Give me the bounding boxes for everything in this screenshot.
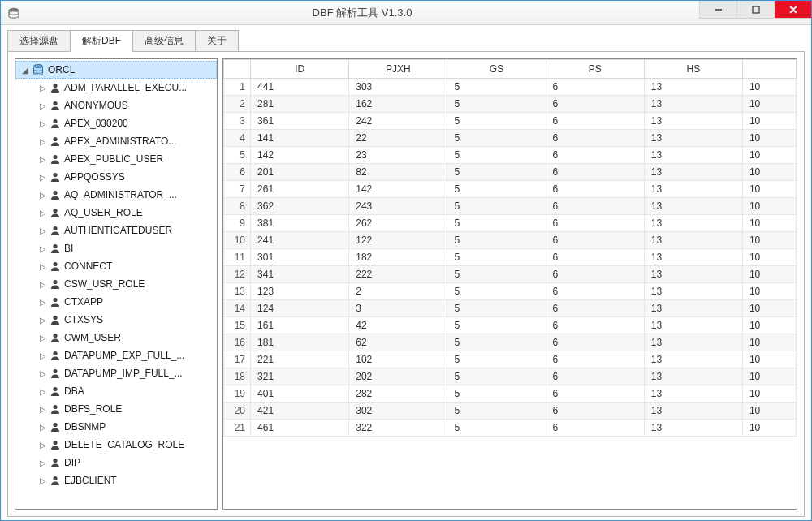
cell-last[interactable]: 10: [742, 420, 796, 437]
grid-header-last[interactable]: [742, 60, 796, 79]
cell-hs[interactable]: 13: [644, 215, 742, 232]
cell-hs[interactable]: 13: [644, 232, 742, 249]
cell-pjxh[interactable]: 3: [349, 300, 447, 317]
cell-ps[interactable]: 6: [546, 249, 644, 266]
tree-item[interactable]: ▷APEX_030200: [15, 114, 217, 132]
tree-scroll[interactable]: ◢ORCL▷ADM_PARALLEL_EXECU...▷ANONYMOUS▷AP…: [15, 59, 217, 509]
table-row[interactable]: 17221102561310: [224, 351, 797, 368]
cell-gs[interactable]: 5: [447, 420, 546, 437]
cell-hs[interactable]: 13: [644, 351, 742, 368]
table-row[interactable]: 7261142561310: [224, 181, 797, 198]
cell-ps[interactable]: 6: [546, 420, 644, 437]
close-button[interactable]: ✕: [774, 1, 811, 19]
cell-hs[interactable]: 13: [644, 96, 742, 113]
cell-hs[interactable]: 13: [644, 266, 742, 283]
tree-item[interactable]: ▷DBFS_ROLE: [15, 400, 217, 418]
cell-gs[interactable]: 5: [447, 198, 546, 215]
table-row[interactable]: 21461322561310: [224, 420, 797, 437]
table-row[interactable]: 12341222561310: [224, 266, 797, 283]
cell-gs[interactable]: 5: [447, 351, 546, 368]
cell-pjxh[interactable]: 222: [349, 266, 447, 283]
tree-item[interactable]: ▷AQ_USER_ROLE: [15, 204, 217, 222]
tree-item[interactable]: ▷APEX_ADMINISTRATO...: [15, 132, 217, 150]
cell-hs[interactable]: 13: [644, 283, 742, 300]
cell-ps[interactable]: 6: [546, 351, 644, 368]
cell-hs[interactable]: 13: [644, 403, 742, 420]
cell-pjxh[interactable]: 22: [349, 130, 447, 147]
cell-id[interactable]: 124: [251, 300, 349, 317]
cell-ps[interactable]: 6: [546, 334, 644, 351]
cell-pjxh[interactable]: 122: [349, 232, 447, 249]
table-row[interactable]: 8362243561310: [224, 198, 797, 215]
tree-item[interactable]: ▷AQ_ADMINISTRATOR_...: [15, 186, 217, 204]
cell-last[interactable]: 10: [742, 403, 796, 420]
cell-id[interactable]: 401: [251, 385, 349, 403]
cell-hs[interactable]: 13: [644, 420, 742, 437]
cell-last[interactable]: 10: [742, 79, 796, 96]
cell-id[interactable]: 361: [251, 113, 349, 130]
grid-header-rownum[interactable]: [224, 60, 251, 79]
table-row[interactable]: 9381262561310: [224, 215, 797, 232]
grid-header-gs[interactable]: GS: [447, 60, 546, 79]
expander-icon[interactable]: ▷: [38, 173, 48, 182]
table-row[interactable]: 1441303561310: [224, 79, 797, 96]
cell-pjxh[interactable]: 2: [349, 283, 447, 300]
table-row[interactable]: 1516142561310: [224, 317, 797, 334]
cell-id[interactable]: 321: [251, 368, 349, 385]
cell-id[interactable]: 261: [251, 181, 349, 198]
cell-hs[interactable]: 13: [644, 385, 742, 403]
tree-item[interactable]: ▷CONNECT: [15, 257, 217, 275]
cell-last[interactable]: 10: [742, 266, 796, 283]
tree-item[interactable]: ▷DIP: [15, 454, 217, 471]
grid-header-id[interactable]: ID: [251, 60, 349, 79]
tab-advanced-info[interactable]: 高级信息: [132, 30, 196, 51]
tree-item[interactable]: ▷ADM_PARALLEL_EXECU...: [15, 79, 217, 97]
cell-pjxh[interactable]: 142: [349, 181, 447, 198]
cell-gs[interactable]: 5: [447, 266, 546, 283]
cell-last[interactable]: 10: [742, 283, 796, 300]
cell-ps[interactable]: 6: [546, 403, 644, 420]
cell-id[interactable]: 161: [251, 317, 349, 334]
cell-id[interactable]: 281: [251, 96, 349, 113]
tree-item[interactable]: ▷CSW_USR_ROLE: [15, 275, 217, 293]
tree-item[interactable]: ▷CTXAPP: [15, 293, 217, 311]
cell-last[interactable]: 10: [742, 130, 796, 147]
tree-root-item[interactable]: ◢ORCL: [15, 61, 217, 79]
cell-gs[interactable]: 5: [447, 249, 546, 266]
tree-item[interactable]: ▷BI: [15, 239, 217, 257]
cell-last[interactable]: 10: [742, 249, 796, 266]
expander-icon[interactable]: ▷: [38, 387, 48, 396]
cell-gs[interactable]: 5: [447, 368, 546, 385]
cell-gs[interactable]: 5: [447, 283, 546, 300]
expander-icon[interactable]: ▷: [38, 101, 48, 110]
cell-hs[interactable]: 13: [644, 334, 742, 351]
maximize-button[interactable]: [736, 1, 774, 19]
cell-id[interactable]: 123: [251, 283, 349, 300]
cell-id[interactable]: 181: [251, 334, 349, 351]
tree-item[interactable]: ▷DBA: [15, 382, 217, 400]
tree-item[interactable]: ▷DATAPUMP_EXP_FULL_...: [15, 347, 217, 364]
cell-gs[interactable]: 5: [447, 164, 546, 181]
cell-ps[interactable]: 6: [546, 317, 644, 334]
table-row[interactable]: 18321202561310: [224, 368, 797, 385]
cell-id[interactable]: 142: [251, 147, 349, 164]
tree-item[interactable]: ▷DATAPUMP_IMP_FULL_...: [15, 364, 217, 382]
cell-last[interactable]: 10: [742, 368, 796, 385]
cell-last[interactable]: 10: [742, 317, 796, 334]
expander-icon[interactable]: ◢: [20, 66, 30, 75]
cell-gs[interactable]: 5: [447, 385, 546, 403]
expander-icon[interactable]: ▷: [38, 155, 48, 164]
cell-id[interactable]: 381: [251, 215, 349, 232]
cell-hs[interactable]: 13: [644, 249, 742, 266]
cell-last[interactable]: 10: [742, 181, 796, 198]
cell-gs[interactable]: 5: [447, 232, 546, 249]
tree-item[interactable]: ▷APPQOSSYS: [15, 168, 217, 186]
table-row[interactable]: 141243561310: [224, 300, 797, 317]
cell-pjxh[interactable]: 322: [349, 420, 447, 437]
tab-about[interactable]: 关于: [195, 30, 239, 51]
cell-pjxh[interactable]: 62: [349, 334, 447, 351]
cell-id[interactable]: 301: [251, 249, 349, 266]
expander-icon[interactable]: ▷: [38, 369, 48, 378]
table-row[interactable]: 2281162561310: [224, 96, 797, 113]
cell-gs[interactable]: 5: [447, 334, 546, 351]
